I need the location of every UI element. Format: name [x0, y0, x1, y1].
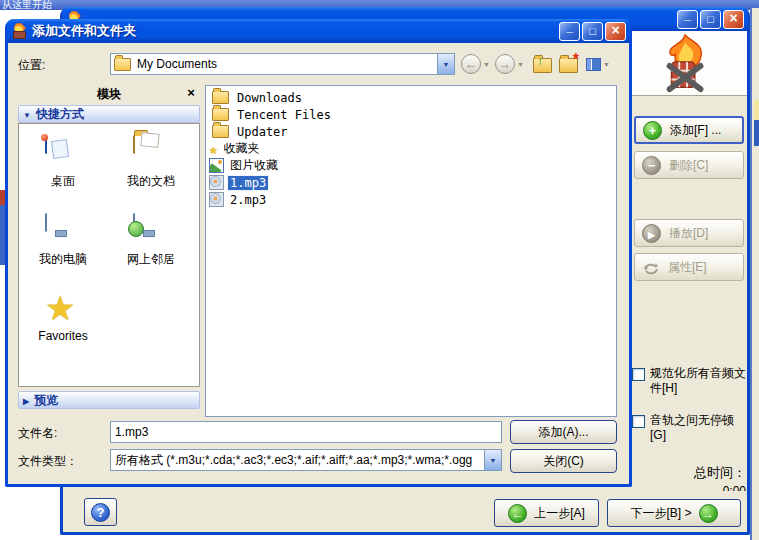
- location-toolbar: ← ▼ → ▼ ▼: [461, 53, 613, 75]
- file-row[interactable]: Updater: [206, 123, 616, 140]
- file-name: Downloads: [235, 91, 304, 105]
- add-tracks-label: 添加[F] ...: [670, 122, 721, 139]
- filetype-dropdown-button[interactable]: [484, 450, 501, 470]
- location-dropdown-button[interactable]: [437, 54, 454, 74]
- shortcut-label: 网上邻居: [127, 251, 175, 268]
- shortcut-favorites[interactable]: Favorites: [19, 284, 107, 362]
- filetype-value: 所有格式 (*.m3u;*.cda;*.ac3;*.ec3;*.aif;*.ai…: [111, 452, 484, 469]
- track-properties-label: 属性[E]: [668, 259, 707, 276]
- audio-file-icon: [209, 192, 224, 207]
- desktop-icon: [45, 135, 47, 154]
- remove-track-label: 删除[C]: [669, 157, 708, 174]
- folder-up-icon[interactable]: [533, 58, 552, 73]
- minus-icon: [642, 156, 661, 175]
- help-icon: [91, 503, 110, 522]
- shortcuts-header-label: 快捷方式: [36, 106, 84, 123]
- no-pause-option: 音轨之间无停顿[G]: [632, 413, 746, 443]
- shortcut-my-computer[interactable]: 我的电脑: [19, 206, 107, 284]
- dialog-title: 添加文件和文件夹: [32, 22, 559, 40]
- back-icon[interactable]: ←: [461, 54, 481, 74]
- location-value: My Documents: [133, 57, 437, 71]
- previous-step-label: 上一步[A]: [534, 505, 585, 522]
- help-button[interactable]: [84, 498, 117, 526]
- previous-step-button[interactable]: 上一步[A]: [494, 499, 599, 527]
- remove-track-button[interactable]: 删除[C]: [634, 151, 744, 179]
- favorites-star-icon: [45, 289, 75, 327]
- modules-panel: 模块 快捷方式 桌面 我的文档: [18, 85, 200, 417]
- background-row-fragment: [754, 120, 759, 146]
- forward-icon[interactable]: →: [495, 54, 515, 74]
- next-step-label: 下一步[B] >: [630, 505, 691, 522]
- no-pause-checkbox[interactable]: [632, 415, 645, 428]
- file-name: 1.mp3: [228, 176, 268, 190]
- folder-icon: [212, 125, 229, 138]
- audio-file-icon: [209, 175, 224, 190]
- play-track-button[interactable]: 播放[D]: [634, 219, 744, 247]
- my-computer-icon: [45, 213, 47, 232]
- normalize-audio-checkbox[interactable]: [632, 368, 645, 381]
- screen: 从这里开始: [0, 0, 759, 540]
- globe-icon: [128, 221, 144, 237]
- network-places-icon: [133, 213, 135, 232]
- close-panel-icon[interactable]: [184, 86, 198, 100]
- shortcut-network-places[interactable]: 网上邻居: [107, 206, 195, 284]
- app-minimize-button[interactable]: [677, 10, 698, 29]
- back-dropdown-icon[interactable]: ▼: [483, 61, 490, 68]
- track-properties-button[interactable]: 属性[E]: [634, 253, 744, 281]
- file-row[interactable]: 2.mp3: [206, 191, 616, 208]
- folder-icon: [212, 108, 229, 121]
- shortcut-label: 我的电脑: [39, 251, 87, 268]
- close-dialog-button[interactable]: 关闭(C): [510, 449, 617, 473]
- dialog-maximize-button[interactable]: [582, 22, 603, 41]
- properties-icon: [642, 259, 660, 275]
- add-files-dialog: 添加文件和文件夹 位置: My Documents ← ▼ → ▼: [5, 20, 632, 487]
- add-tracks-button[interactable]: 添加[F] ...: [634, 116, 744, 144]
- arrow-right-icon: [699, 504, 718, 523]
- plus-icon: [643, 121, 662, 140]
- close-dialog-label: 关闭(C): [543, 453, 584, 470]
- file-row[interactable]: 收藏夹: [206, 140, 616, 157]
- file-list: Downloads Tencent Files Updater 收藏夹 图片收藏: [205, 85, 617, 417]
- app-footer: 上一步[A] 下一步[B] >: [63, 491, 747, 531]
- file-name: 收藏夹: [221, 140, 261, 157]
- file-name: 2.mp3: [228, 193, 268, 207]
- background-window-sliver: [750, 8, 759, 540]
- filetype-label: 文件类型：: [18, 453, 78, 470]
- add-file-button[interactable]: 添加(A)...: [510, 420, 617, 444]
- file-row[interactable]: Downloads: [206, 89, 616, 106]
- filetype-combobox[interactable]: 所有格式 (*.m3u;*.cda;*.ac3;*.ec3;*.aif;*.ai…: [110, 449, 502, 471]
- views-dropdown-icon[interactable]: ▼: [603, 61, 610, 68]
- chevron-right-icon: [23, 393, 29, 407]
- file-row-selected[interactable]: 1.mp3: [206, 174, 616, 191]
- app-maximize-button[interactable]: [700, 10, 721, 29]
- shortcuts-box: 桌面 我的文档 我的电脑 网上邻居: [18, 123, 200, 387]
- shortcut-label: 我的文档: [127, 173, 175, 190]
- shortcuts-section-header[interactable]: 快捷方式: [18, 105, 200, 123]
- file-row[interactable]: Tencent Files: [206, 106, 616, 123]
- next-step-button[interactable]: 下一步[B] >: [607, 499, 741, 527]
- background-row-fragment: [754, 100, 759, 120]
- folder-icon: [114, 58, 131, 71]
- favorites-star-icon: [209, 142, 217, 156]
- new-folder-icon[interactable]: [559, 58, 578, 73]
- preview-header-label: 预览: [34, 392, 58, 409]
- preview-section-header[interactable]: 预览: [18, 391, 200, 409]
- filename-label: 文件名:: [18, 425, 57, 442]
- forward-dropdown-icon[interactable]: ▼: [517, 61, 524, 68]
- views-icon[interactable]: [586, 58, 601, 71]
- my-documents-icon: [133, 135, 135, 154]
- filename-input[interactable]: [110, 421, 502, 443]
- dialog-minimize-button[interactable]: [559, 22, 580, 41]
- dialog-close-button[interactable]: [605, 22, 626, 41]
- shortcut-my-documents[interactable]: 我的文档: [107, 128, 195, 206]
- file-name: 图片收藏: [228, 157, 280, 174]
- play-icon: [642, 224, 661, 243]
- pictures-icon: [209, 158, 224, 173]
- normalize-audio-option: 规范化所有音频文件[H]: [632, 366, 746, 396]
- app-close-button[interactable]: [723, 10, 744, 29]
- play-track-label: 播放[D]: [669, 225, 708, 242]
- shortcut-desktop[interactable]: 桌面: [19, 128, 107, 206]
- start-here-label: 从这里开始: [2, 0, 52, 12]
- location-combobox[interactable]: My Documents: [110, 53, 455, 75]
- file-row[interactable]: 图片收藏: [206, 157, 616, 174]
